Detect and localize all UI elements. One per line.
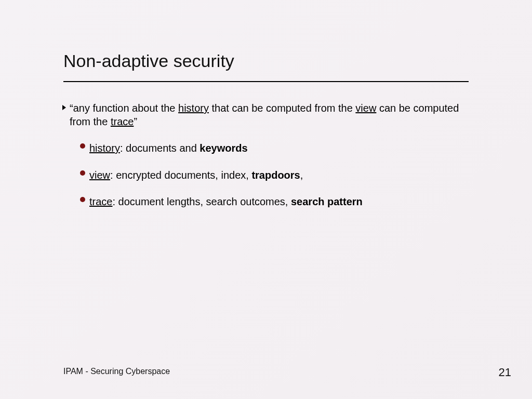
- underlined-term: trace: [111, 116, 134, 127]
- bold-term: trapdoors: [251, 169, 300, 181]
- bold-term: search pattern: [291, 196, 363, 207]
- sub-point-view: view: encrypted documents, index, trapdo…: [80, 169, 474, 182]
- sub-point-trace: trace: document lengths, search outcomes…: [80, 195, 474, 209]
- text-fragment: : documents and: [120, 142, 200, 154]
- text-fragment: : document lengths, search outcomes,: [112, 196, 291, 207]
- arrow-icon: [62, 105, 66, 110]
- footer-text: IPAM - Securing Cyberspace: [63, 367, 170, 376]
- bullet-icon: [80, 197, 85, 202]
- text-fragment: : encrypted documents, index,: [110, 169, 251, 181]
- sub-point-history: history: documents and keywords: [80, 142, 474, 155]
- bullet-icon: [80, 170, 85, 176]
- underlined-term: view: [89, 169, 110, 181]
- title-rule: [63, 81, 469, 82]
- bold-term: keywords: [200, 142, 247, 154]
- slide: Non-adaptive security “any function abou…: [0, 0, 532, 399]
- slide-title: Non-adaptive security: [63, 51, 234, 71]
- bullet-icon: [80, 143, 85, 149]
- text-fragment: ”: [134, 116, 137, 127]
- text-fragment: ,: [300, 169, 303, 181]
- underlined-term: history: [178, 102, 209, 114]
- slide-content: “any function about the history that can…: [63, 102, 474, 216]
- underlined-term: history: [89, 142, 120, 154]
- underlined-term: trace: [89, 196, 112, 207]
- underlined-term: view: [355, 102, 376, 114]
- text-fragment: that can be computed from the: [209, 102, 355, 114]
- main-point: “any function about the history that can…: [63, 102, 474, 128]
- page-number: 21: [499, 366, 511, 379]
- text-fragment: “any function about the: [70, 102, 178, 114]
